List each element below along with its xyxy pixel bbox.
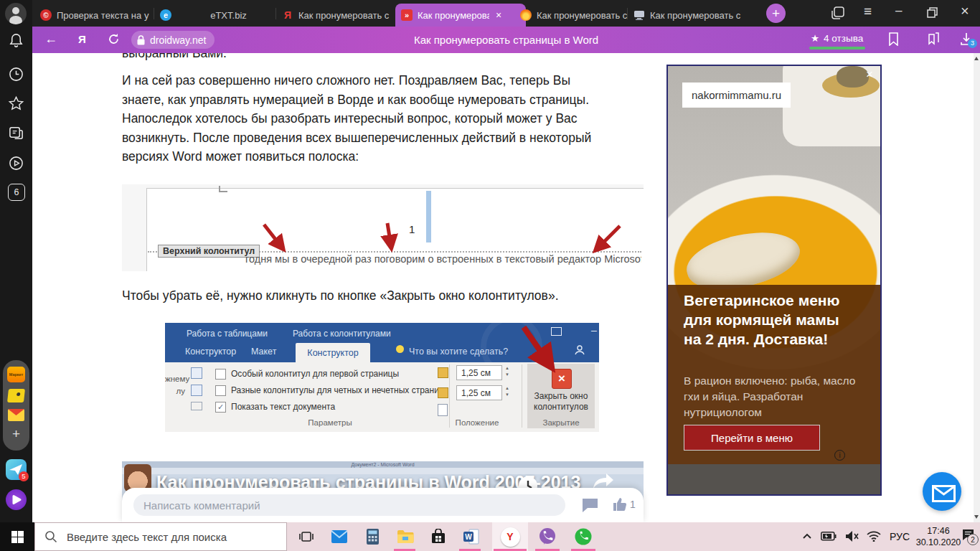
browser-sidebar: 6 Маркет + 5 [0, 0, 32, 522]
language-indicator[interactable]: РУС [890, 531, 910, 542]
tab-monitor[interactable]: Как пронумеровать с [628, 4, 756, 27]
tray-date: 30.10.2020 [915, 537, 961, 548]
tab-active-droidway[interactable]: » Как пронумерова × [395, 4, 526, 27]
envelope-icon [932, 485, 956, 502]
add-service-icon[interactable]: + [3, 426, 29, 442]
monitor-icon [633, 10, 645, 20]
search-icon [44, 530, 57, 543]
red-arrow-annotation [165, 323, 599, 432]
file-explorer-icon[interactable] [389, 522, 422, 551]
messenger-badge: 5 [19, 471, 29, 481]
ad-info-icon[interactable]: i [834, 450, 845, 461]
new-tab-button[interactable]: + [766, 4, 786, 23]
like-icon[interactable] [611, 496, 627, 512]
start-button[interactable] [0, 522, 34, 551]
wifi-icon[interactable] [867, 531, 881, 542]
mail-app-icon[interactable] [323, 522, 356, 551]
word-ribbon-screenshot: Работа с таблицами Работа с колонтитулам… [165, 323, 599, 432]
ad-stone-strip [668, 464, 880, 496]
ad-title: Вегетаринское меню для кормящей мамы на … [684, 291, 852, 349]
svg-text:W: W [465, 533, 472, 541]
bookmarks-star-icon[interactable] [8, 95, 24, 112]
reviews-underline [809, 47, 865, 50]
notifications-bell-icon[interactable] [8, 32, 24, 49]
restore-icon[interactable] [927, 7, 938, 18]
etxt-icon: e [160, 9, 171, 21]
alice-assistant-icon[interactable] [6, 489, 27, 510]
article-paragraph: И на сей раз совершенно ничего сложного … [122, 71, 595, 166]
tab-fire[interactable]: Как пронумеровать с [514, 4, 639, 27]
notification-badge: 2 [967, 534, 979, 545]
profile-avatar[interactable] [5, 3, 27, 24]
whatsapp-app-icon[interactable] [567, 522, 600, 551]
ad-close-icon[interactable]: × [866, 67, 873, 82]
clock[interactable]: 17:46 30.10.2020 [915, 525, 961, 548]
download-badge: 3 [968, 39, 977, 48]
url-text: droidway.net [150, 34, 206, 46]
windows-taskbar: W Y РУС 17:46 30.10.2020 2 [0, 522, 980, 551]
scroll-down-icon[interactable] [974, 515, 979, 519]
comments-icon[interactable] [581, 497, 599, 513]
tab-panel-icon[interactable] [831, 6, 844, 19]
yandex-button[interactable]: Я [78, 33, 86, 45]
tray-time: 17:46 [915, 525, 961, 537]
ms-store-icon[interactable] [422, 522, 455, 551]
comment-panel: 1 [122, 488, 644, 522]
close-window-icon[interactable]: × [961, 3, 969, 19]
notification-center-icon[interactable]: 2 [962, 529, 974, 540]
yandex-icon: Я [282, 9, 293, 21]
volume-muted-icon[interactable] [845, 530, 859, 542]
wallet-icon[interactable] [7, 389, 25, 402]
menu-icon[interactable]: ≡ [864, 4, 872, 19]
bookmark-flag-icon[interactable] [888, 32, 899, 46]
fire-icon [520, 9, 532, 21]
video-play-icon[interactable] [8, 155, 24, 171]
viber-app-icon[interactable] [531, 522, 564, 551]
task-view-button[interactable] [290, 522, 323, 551]
collections-icon[interactable] [926, 32, 941, 46]
page-scrollbar[interactable] [974, 53, 980, 522]
services-panel: Маркет + [3, 360, 29, 451]
ad-banner[interactable]: nakormimmamu.ru × Вегетаринское меню для… [666, 65, 882, 496]
red-arrows-annotation [122, 184, 644, 271]
back-icon[interactable]: ← [44, 32, 57, 47]
notes-icon[interactable] [8, 125, 24, 141]
ad-domain-label[interactable]: nakormimmamu.ru [682, 83, 791, 108]
scroll-up-icon[interactable] [974, 57, 979, 60]
messenger-icon[interactable]: 5 [6, 459, 27, 480]
like-count: 1 [630, 499, 636, 510]
word-app-icon[interactable]: W [455, 522, 488, 551]
video-window-title: Документ2 - Microsoft Word [122, 462, 644, 467]
ad-body: В рацион включено: рыба, масло гхи и яйц… [684, 373, 859, 420]
download-icon[interactable]: 3 [960, 32, 973, 46]
tab-yandex-search[interactable]: Я Как пронумеровать с [276, 4, 407, 27]
taskbar-search-input[interactable] [34, 522, 287, 551]
url-pill[interactable]: droidway.net [131, 31, 215, 49]
tab-text-check[interactable]: © Проверка текста на у [34, 4, 165, 27]
mail-icon[interactable] [8, 409, 24, 421]
address-bar: ← Я droidway.net Как пронумеровать стран… [32, 27, 980, 53]
refresh-icon[interactable] [108, 33, 120, 45]
history-icon[interactable] [8, 66, 24, 83]
tab-counter[interactable]: 6 [8, 184, 25, 201]
calculator-app-icon[interactable] [356, 522, 389, 551]
reviews-widget[interactable]: ★ 4 отзыва [811, 32, 863, 44]
ad-cta-button[interactable]: Перейти в меню [684, 425, 820, 451]
lock-icon [137, 35, 145, 45]
yandex-browser-icon[interactable]: Y [492, 522, 528, 551]
tab-close-icon[interactable]: × [496, 9, 501, 21]
text-ru-icon: © [40, 9, 52, 21]
star-icon: ★ [811, 32, 819, 44]
tab-strip: © Проверка текста на у e eTXT.biz Я Как … [32, 0, 980, 27]
email-chat-widget[interactable] [923, 472, 961, 511]
article-caption: Чтобы убрать её, нужно кликнуть по кнопк… [122, 286, 559, 306]
tray-chevron-up-icon[interactable] [802, 532, 812, 540]
redirect-icon: » [401, 9, 413, 21]
battery-icon[interactable] [821, 532, 837, 541]
minimize-icon[interactable]: – [895, 4, 902, 18]
word-screenshot-header-bar: 1 Верхний колонтитул годня мы в очередно… [122, 184, 644, 271]
market-icon[interactable]: Маркет [7, 367, 25, 382]
comment-input[interactable] [133, 494, 565, 516]
tab-etxt[interactable]: e eTXT.biz [154, 4, 286, 27]
